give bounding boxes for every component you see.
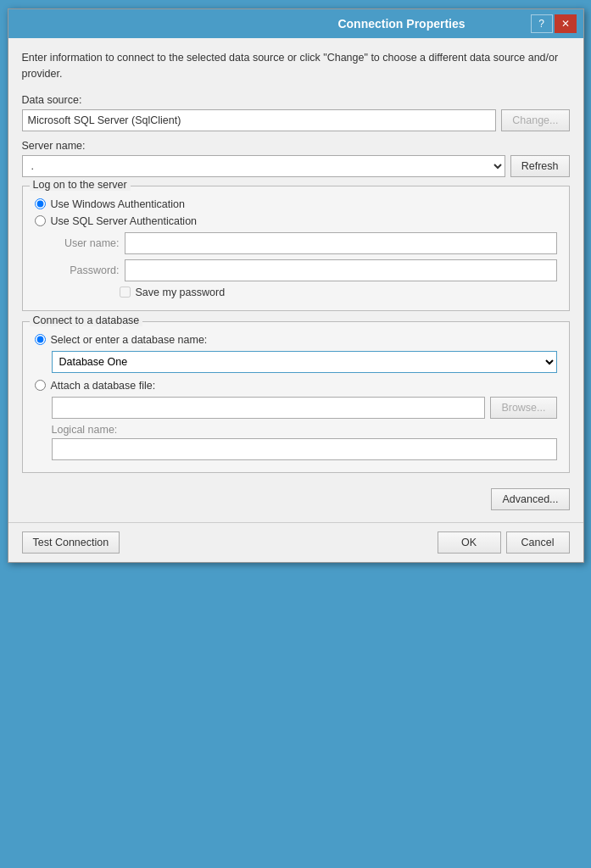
logical-name-row: Logical name: bbox=[52, 424, 557, 460]
select-db-radio[interactable] bbox=[35, 334, 46, 345]
dialog-content: Enter information to connect to the sele… bbox=[8, 38, 583, 522]
connection-properties-dialog: Connection Properties ? ✕ Enter informat… bbox=[8, 8, 584, 563]
connect-db-group-title: Connect to a database bbox=[30, 314, 143, 326]
server-name-label: Server name: bbox=[22, 140, 570, 152]
data-source-row: Change... bbox=[22, 109, 570, 131]
footer-bottom: Test Connection OK Cancel bbox=[8, 522, 583, 562]
attach-db-label[interactable]: Attach a database file: bbox=[51, 380, 156, 392]
server-name-select[interactable]: . bbox=[22, 155, 505, 177]
windows-auth-radio[interactable] bbox=[35, 198, 46, 209]
password-input[interactable] bbox=[125, 259, 557, 281]
select-db-item: Select or enter a database name: bbox=[35, 334, 557, 346]
username-input[interactable] bbox=[125, 232, 557, 254]
description-text: Enter information to connect to the sele… bbox=[22, 50, 570, 82]
dialog-title: Connection Properties bbox=[273, 17, 531, 31]
change-button[interactable]: Change... bbox=[501, 109, 569, 131]
close-button[interactable]: ✕ bbox=[555, 14, 577, 33]
save-password-row: Save my password bbox=[120, 287, 557, 298]
save-password-checkbox[interactable] bbox=[120, 287, 131, 298]
db-radio-group: Select or enter a database name: Databas… bbox=[35, 334, 557, 460]
help-button[interactable]: ? bbox=[531, 14, 553, 33]
browse-button[interactable]: Browse... bbox=[490, 397, 556, 419]
save-password-label[interactable]: Save my password bbox=[136, 287, 226, 298]
advanced-row: Advanced... bbox=[22, 483, 570, 510]
windows-auth-item: Use Windows Authentication bbox=[35, 198, 557, 210]
windows-auth-label[interactable]: Use Windows Authentication bbox=[51, 198, 185, 210]
data-source-group: Data source: Change... bbox=[22, 94, 570, 131]
select-db-label[interactable]: Select or enter a database name: bbox=[51, 334, 208, 346]
cancel-button[interactable]: Cancel bbox=[506, 531, 570, 554]
auth-radio-group: Use Windows Authentication Use SQL Serve… bbox=[35, 198, 557, 298]
logon-group-title: Log on to the server bbox=[30, 179, 131, 191]
logical-name-label: Logical name: bbox=[52, 424, 557, 436]
attach-file-input[interactable] bbox=[52, 397, 486, 419]
data-source-input[interactable] bbox=[22, 109, 497, 131]
logical-name-input[interactable] bbox=[52, 438, 557, 460]
test-connection-button[interactable]: Test Connection bbox=[22, 531, 120, 554]
attach-file-row: Browse... bbox=[52, 397, 557, 419]
sql-auth-label[interactable]: Use SQL Server Authentication bbox=[51, 215, 198, 227]
ok-button[interactable]: OK bbox=[438, 531, 501, 554]
db-name-select[interactable]: Database One bbox=[52, 351, 557, 373]
password-row: Password: bbox=[52, 259, 557, 281]
data-source-label: Data source: bbox=[22, 94, 570, 106]
connect-db-group-box: Connect to a database Select or enter a … bbox=[22, 321, 570, 473]
attach-db-radio[interactable] bbox=[35, 380, 46, 391]
username-label: User name: bbox=[52, 237, 120, 249]
attach-file-item: Attach a database file: bbox=[35, 380, 557, 392]
sql-auth-radio[interactable] bbox=[35, 215, 46, 226]
refresh-button[interactable]: Refresh bbox=[510, 155, 570, 177]
logon-group-box: Log on to the server Use Windows Authent… bbox=[22, 186, 570, 311]
advanced-button[interactable]: Advanced... bbox=[491, 488, 569, 510]
db-name-wrapper: Database One bbox=[52, 351, 557, 373]
username-row: User name: bbox=[52, 232, 557, 254]
password-label: Password: bbox=[52, 264, 120, 276]
title-bar: Connection Properties ? ✕ bbox=[8, 9, 583, 38]
footer-right-buttons: OK Cancel bbox=[438, 531, 570, 554]
server-name-group: Server name: . Refresh bbox=[22, 140, 570, 177]
sql-auth-item: Use SQL Server Authentication bbox=[35, 215, 557, 227]
credentials-fields: User name: Password: Save my password bbox=[52, 232, 557, 298]
title-bar-buttons: ? ✕ bbox=[531, 14, 577, 33]
server-name-row: . Refresh bbox=[22, 155, 570, 177]
